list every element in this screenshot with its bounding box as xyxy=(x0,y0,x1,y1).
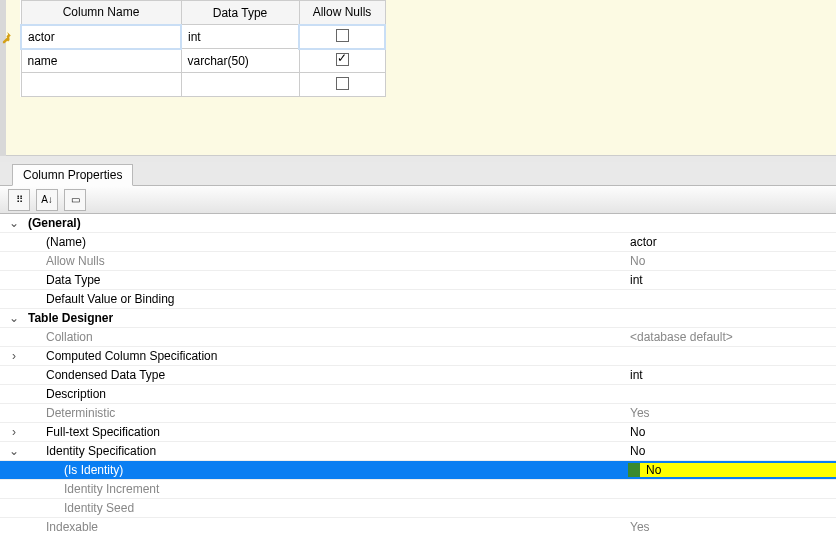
property-value[interactable]: int xyxy=(628,273,836,287)
property-label: Table Designer xyxy=(28,311,113,325)
checkbox-icon[interactable] xyxy=(336,53,349,66)
table-row[interactable]: actor int xyxy=(21,25,385,49)
property-row[interactable]: Condensed Data Typeint xyxy=(0,366,836,385)
categorized-button[interactable]: ⠿ xyxy=(8,189,30,211)
property-value[interactable]: No xyxy=(628,444,836,458)
chevron-right-icon[interactable]: › xyxy=(0,349,28,363)
cell-data-type[interactable] xyxy=(181,73,299,97)
property-row[interactable]: Default Value or Binding xyxy=(0,290,836,309)
property-row[interactable]: IndexableYes xyxy=(0,518,836,534)
cell-data-type[interactable]: int xyxy=(181,25,299,49)
property-row[interactable]: Data Typeint xyxy=(0,271,836,290)
property-row[interactable]: Collation<database default> xyxy=(0,328,836,347)
properties-pane: Column Properties ⠿ A↓ ▭ ⌄(General)(Name… xyxy=(0,162,836,534)
property-label: Identity Increment xyxy=(28,482,159,496)
property-label: Indexable xyxy=(28,520,98,534)
property-row[interactable]: Description xyxy=(0,385,836,404)
row-indicator-pk xyxy=(0,26,18,50)
property-row[interactable]: ›Full-text SpecificationNo xyxy=(0,423,836,442)
chevron-right-icon[interactable]: › xyxy=(0,425,28,439)
property-label: Full-text Specification xyxy=(28,425,160,439)
property-label: Allow Nulls xyxy=(28,254,105,268)
property-row[interactable]: ⌄Identity SpecificationNo xyxy=(0,442,836,461)
properties-toolbar: ⠿ A↓ ▭ xyxy=(0,186,836,214)
property-label: Computed Column Specification xyxy=(28,349,217,363)
cell-column-name[interactable] xyxy=(21,73,181,97)
chevron-down-icon[interactable]: ⌄ xyxy=(0,444,28,458)
property-row[interactable]: ›Computed Column Specification xyxy=(0,347,836,366)
columns-table[interactable]: Column Name Data Type Allow Nulls actor … xyxy=(20,0,386,97)
property-label: Condensed Data Type xyxy=(28,368,165,382)
table-header-row: Column Name Data Type Allow Nulls xyxy=(21,1,385,25)
table-row[interactable]: name varchar(50) xyxy=(21,49,385,73)
property-row[interactable]: Identity Seed xyxy=(0,499,836,518)
property-label: Collation xyxy=(28,330,93,344)
header-allow-nulls[interactable]: Allow Nulls xyxy=(299,1,385,25)
checkbox-icon[interactable] xyxy=(336,29,349,42)
cell-column-name[interactable]: actor xyxy=(21,25,181,49)
header-column-name[interactable]: Column Name xyxy=(21,1,181,25)
property-label: Deterministic xyxy=(28,406,115,420)
property-label: Default Value or Binding xyxy=(28,292,175,306)
property-row[interactable]: ⌄Table Designer xyxy=(0,309,836,328)
cell-column-name[interactable]: name xyxy=(21,49,181,73)
property-row[interactable]: DeterministicYes xyxy=(0,404,836,423)
property-value[interactable]: No xyxy=(628,425,836,439)
property-value[interactable]: actor xyxy=(628,235,836,249)
cell-allow-nulls[interactable] xyxy=(299,49,385,73)
tab-strip: Column Properties xyxy=(0,162,836,186)
property-value[interactable]: Yes xyxy=(628,520,836,534)
header-data-type[interactable]: Data Type xyxy=(181,1,299,25)
checkbox-icon[interactable] xyxy=(336,77,349,90)
property-row[interactable]: ⌄(General) xyxy=(0,214,836,233)
property-label: (General) xyxy=(28,216,81,230)
property-row[interactable]: Allow NullsNo xyxy=(0,252,836,271)
property-row[interactable]: (Name)actor xyxy=(0,233,836,252)
cell-allow-nulls[interactable] xyxy=(299,25,385,49)
property-value[interactable]: <database default> xyxy=(628,330,836,344)
property-label: Identity Specification xyxy=(28,444,156,458)
key-icon xyxy=(2,31,16,45)
alphabetical-button[interactable]: A↓ xyxy=(36,189,58,211)
property-value[interactable]: int xyxy=(628,368,836,382)
property-pages-button[interactable]: ▭ xyxy=(64,189,86,211)
property-label: Description xyxy=(28,387,106,401)
property-label: (Is Identity) xyxy=(28,463,123,477)
chevron-down-icon[interactable]: ⌄ xyxy=(0,216,28,230)
property-value[interactable]: No xyxy=(628,463,836,477)
property-label: Identity Seed xyxy=(28,501,134,515)
cell-allow-nulls[interactable] xyxy=(299,73,385,97)
cell-data-type[interactable]: varchar(50) xyxy=(181,49,299,73)
vertical-scrollbar-stub xyxy=(0,0,6,156)
property-label: Data Type xyxy=(28,273,100,287)
properties-list[interactable]: ⌄(General)(Name)actorAllow NullsNoData T… xyxy=(0,214,836,534)
property-label: (Name) xyxy=(28,235,86,249)
property-row[interactable]: (Is Identity)No xyxy=(0,461,836,480)
table-row[interactable] xyxy=(21,73,385,97)
chevron-down-icon[interactable]: ⌄ xyxy=(0,311,28,325)
property-row[interactable]: Identity Increment xyxy=(0,480,836,499)
tab-column-properties[interactable]: Column Properties xyxy=(12,164,133,186)
column-grid-pane: Column Name Data Type Allow Nulls actor … xyxy=(0,0,836,156)
property-value[interactable]: Yes xyxy=(628,406,836,420)
property-value[interactable]: No xyxy=(628,254,836,268)
